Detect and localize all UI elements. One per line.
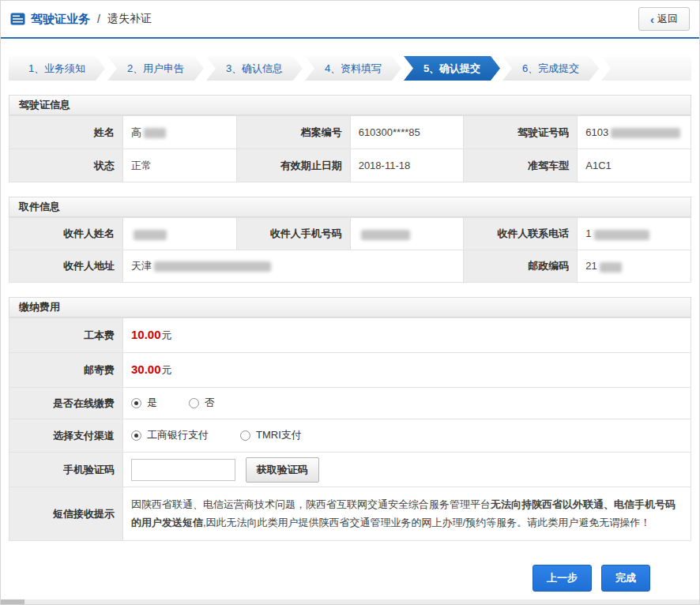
cost-fee-label: 工本费 [9,318,123,353]
online-no-label[interactable]: 否 [205,396,215,410]
expiry-label: 有效期止日期 [236,149,350,182]
pickup-section-title: 取件信息 [9,197,691,217]
license-no-value: 6103 [578,116,691,149]
sms-code-label: 手机验证码 [9,453,123,487]
license-no-label: 驾驶证号码 [464,116,578,149]
redacted-value [594,230,649,240]
header: 驾驶证业务 / 遗失补证 ‹ 返回 [1,1,699,39]
address-label: 收件人地址 [9,250,123,283]
fees-table: 工本费 10.00元 邮寄费 30.00元 是否在线缴费 是 [9,318,691,541]
file-no-value: 610300****85 [350,116,464,149]
back-button[interactable]: ‹ 返回 [638,7,690,31]
postcode-label: 邮政编码 [464,250,578,283]
finish-button[interactable]: 完成 [601,565,650,592]
recipient-phone-value [350,218,464,250]
recipient-tel-label: 收件人联系电话 [464,218,578,250]
step-3-confirm-info[interactable]: 3、确认信息 [206,56,303,81]
postage-fee-label: 邮寄费 [9,353,123,388]
breadcrumb: 驾驶证业务 / 遗失补证 [10,12,152,27]
horizontal-scrollbar[interactable] [1,599,699,604]
table-row: 是否在线缴费 是 否 [9,388,691,419]
status-value: 正常 [123,149,237,182]
recipient-phone-label: 收件人手机号码 [236,218,350,250]
tmri-pay-label[interactable]: TMRI支付 [256,428,302,442]
back-button-label: 返回 [657,12,678,26]
table-row: 收件人地址 天津 邮政编码 21 [9,250,691,283]
online-pay-options: 是 否 [123,388,691,419]
pay-channel-label: 选择支付渠道 [9,419,123,453]
status-label: 状态 [9,149,123,182]
recipient-name-label: 收件人姓名 [9,218,123,250]
online-no-radio[interactable] [189,398,199,408]
page-subtitle: 遗失补证 [107,12,152,26]
vehicle-type-label: 准驾车型 [464,149,578,182]
file-no-label: 档案编号 [236,116,350,149]
pickup-info-table: 收件人姓名 收件人手机号码 收件人联系电话 1 收件人地址 天津 邮政编码 21 [9,217,691,283]
table-row: 姓名 高 档案编号 610300****85 驾驶证号码 6103 [9,116,691,149]
table-row: 手机验证码 获取验证码 [9,453,691,487]
redacted-value [134,230,167,240]
page: 驾驶证业务 / 遗失补证 ‹ 返回 1、业务须知 2、用户申告 3、确认信息 4… [0,0,700,605]
previous-step-button[interactable]: 上一步 [533,565,592,592]
step-2-user-declaration[interactable]: 2、用户申告 [107,56,204,81]
sms-code-field: 获取验证码 [123,453,691,487]
online-yes-radio[interactable] [131,398,141,408]
pickup-info-section: 取件信息 收件人姓名 收件人手机号码 收件人联系电话 1 收件人地址 天津 邮政… [9,197,691,283]
table-row: 状态 正常 有效期止日期 2018-11-18 准驾车型 A1C1 [9,149,691,182]
name-label: 姓名 [9,116,123,149]
table-row: 短信接收提示 因陕西省联通、电信运营商技术问题，陕西省互联网交通安全综合服务管理… [9,487,691,541]
table-row: 工本费 10.00元 [9,318,691,353]
vehicle-type-value: A1C1 [578,149,691,182]
step-1-business-notice[interactable]: 1、业务须知 [9,56,105,81]
pay-channel-options: 工商银行支付 TMRI支付 [123,419,691,453]
redacted-value [154,261,271,272]
postage-fee-value: 30.00元 [123,353,691,388]
table-row: 收件人姓名 收件人手机号码 收件人联系电话 1 [9,218,691,250]
online-pay-label: 是否在线缴费 [9,388,123,419]
redacted-value [600,262,622,272]
scrollbar-thumb[interactable] [1,599,24,604]
step-4-fill-materials[interactable]: 4、资料填写 [305,56,401,81]
address-value: 天津 [123,250,464,283]
chevron-left-icon: ‹ [650,13,654,25]
step-wizard: 1、业务须知 2、用户申告 3、确认信息 4、资料填写 5、确认提交 6、完成提… [9,56,691,81]
recipient-tel-value: 1 [578,218,691,250]
license-info-table: 姓名 高 档案编号 610300****85 驾驶证号码 6103 状态 正常 … [9,115,691,182]
sms-code-input[interactable] [131,459,235,481]
redacted-value [611,128,680,138]
name-value: 高 [123,116,237,149]
license-info-section: 驾驶证信息 姓名 高 档案编号 610300****85 驾驶证号码 6103 … [9,95,691,182]
fees-section: 缴纳费用 工本费 10.00元 邮寄费 30.00元 是否在线缴费 是 [9,297,691,541]
license-section-title: 驾驶证信息 [9,95,691,115]
tmri-pay-radio[interactable] [240,430,250,441]
get-code-button[interactable]: 获取验证码 [246,457,319,483]
form-icon [10,13,25,25]
postcode-value: 21 [578,250,691,283]
step-bar-filler [601,56,691,81]
page-title: 驾驶证业务 [31,12,90,27]
sms-notice-text: 因陕西省联通、电信运营商技术问题，陕西省互联网交通安全综合服务管理平台无法向持陕… [123,487,691,541]
sms-notice-label: 短信接收提示 [9,487,123,541]
table-row: 邮寄费 30.00元 [9,353,691,388]
icbc-pay-label[interactable]: 工商银行支付 [147,428,209,442]
footer-actions: 上一步 完成 [1,565,650,592]
expiry-value: 2018-11-18 [350,149,464,182]
cost-fee-value: 10.00元 [123,318,691,353]
recipient-name-value [123,218,237,250]
redacted-value [361,230,410,240]
icbc-pay-radio[interactable] [131,430,141,441]
online-yes-label[interactable]: 是 [147,396,157,410]
breadcrumb-separator: / [97,13,100,25]
table-row: 选择支付渠道 工商银行支付 TMRI支付 [9,419,691,453]
step-6-complete-submit[interactable]: 6、完成提交 [502,56,599,81]
step-5-confirm-submit[interactable]: 5、确认提交 [404,56,500,81]
redacted-value [144,128,166,138]
fees-section-title: 缴纳费用 [9,297,691,318]
